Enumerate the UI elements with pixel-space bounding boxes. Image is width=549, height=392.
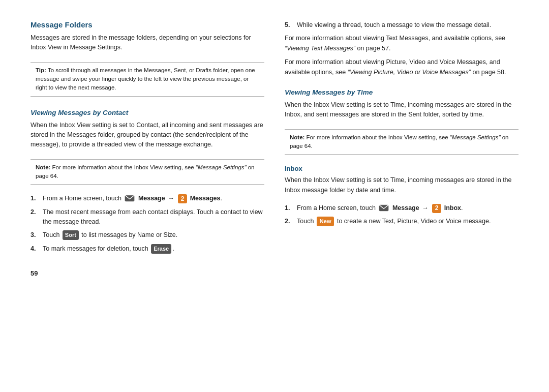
page: Message Folders Messages are stored in t…: [0, 0, 549, 392]
step-3-content: Touch Sort to list messages by Name or S…: [43, 230, 264, 240]
tip-label: Tip:: [36, 67, 46, 73]
ref1-italic: “Viewing Text Messages”: [285, 45, 355, 52]
step-3-num: 3.: [30, 230, 39, 240]
intro-text: Messages are stored in the message folde…: [30, 33, 264, 53]
step-1-content: From a Home screen, touch Message → 2 Me…: [43, 194, 264, 203]
steps-list: 1. From a Home screen, touch Message → 2: [30, 194, 264, 257]
step-1-message-label: Message: [138, 195, 165, 202]
step-1-num: 1.: [30, 194, 39, 203]
columns: Message Folders Messages are stored in t…: [30, 20, 518, 372]
step-5-content: While viewing a thread, touch a message …: [297, 20, 518, 30]
new-btn[interactable]: New: [317, 217, 334, 226]
tip-text: To scroll through all messages in the Me…: [36, 67, 255, 91]
page-number: 59: [30, 269, 264, 277]
step-2: 2. The most recent message from each con…: [30, 207, 264, 227]
message-icon-1: [124, 195, 135, 203]
sort-btn[interactable]: Sort: [63, 230, 79, 240]
right-column: 5. While viewing a thread, touch a messa…: [285, 20, 518, 372]
inbox-label: Inbox: [285, 165, 518, 172]
ref1-before: For more information about viewing Text …: [285, 35, 505, 42]
ref2-italic: “Viewing Picture, Video or Voice Message…: [348, 69, 471, 76]
subsection-text-contact: When the Inbox View setting is set to Co…: [30, 120, 264, 150]
step-1-arrow: →: [168, 195, 174, 202]
step-2-num: 2.: [30, 207, 39, 227]
inbox-step-2-num: 2.: [285, 217, 293, 226]
ref1-after: on page 57.: [357, 45, 390, 52]
step-1: 1. From a Home screen, touch Message → 2: [30, 194, 264, 203]
message-icon-2: [378, 204, 389, 213]
subsection-text-time: When the Inbox View setting is set to Ti…: [285, 100, 518, 120]
note-label-time: Note:: [290, 134, 304, 140]
step-1-badge: 2: [178, 194, 187, 203]
inbox-step-1-message-label: Message: [392, 204, 419, 212]
ref2-after: on page 58.: [472, 69, 506, 76]
inbox-step-2: 2. Touch New to create a new Text, Pictu…: [285, 217, 518, 226]
inbox-steps-list: 1. From a Home screen, touch Message → 2: [285, 203, 518, 230]
step-4-content: To mark messages for deletion, touch Era…: [43, 244, 264, 254]
left-column: Message Folders Messages are stored in t…: [30, 20, 264, 372]
note-box-contact: Note: For more information about the Inb…: [30, 159, 264, 185]
note-box-time: Note: For more information about the Inb…: [285, 129, 518, 155]
inbox-step-2-content: Touch New to create a new Text, Picture,…: [297, 217, 518, 226]
note-label: Note:: [36, 164, 50, 170]
step-5: 5. While viewing a thread, touch a messa…: [285, 20, 518, 30]
step-5-num: 5.: [285, 20, 293, 30]
step-1-messages: Messages: [190, 195, 221, 202]
inbox-step-1-content: From a Home screen, touch Message → 2 In…: [297, 203, 518, 213]
inbox-text: When the Inbox View setting is set to Ti…: [285, 175, 518, 195]
inbox-step-1-inbox: Inbox: [444, 204, 461, 212]
section-title: Message Folders: [30, 20, 264, 29]
subsection-title-time: Viewing Messages by Time: [285, 88, 518, 96]
step-2-content: The most recent message from each contac…: [43, 207, 264, 227]
step-3: 3. Touch Sort to list messages by Name o…: [30, 230, 264, 240]
inbox-step-1-badge: 2: [432, 204, 441, 213]
tip-box: Tip: To scroll through all messages in t…: [30, 62, 264, 97]
ref1-text: For more information about viewing Text …: [285, 34, 518, 53]
subsection-title-contact: Viewing Messages by Contact: [30, 109, 264, 116]
inbox-step-1-num: 1.: [285, 203, 293, 213]
ref2-text: For more information about viewing Pictu…: [285, 57, 518, 77]
note-text: For more information about the Inbox Vie…: [36, 164, 255, 179]
note-text-time: For more information about the Inbox Vie…: [290, 134, 509, 149]
erase-btn[interactable]: Erase: [151, 244, 171, 254]
inbox-step-1-arrow: →: [422, 204, 429, 212]
step-4: 4. To mark messages for deletion, touch …: [30, 244, 264, 254]
step-4-num: 4.: [30, 244, 39, 254]
inbox-step-1: 1. From a Home screen, touch Message → 2: [285, 203, 518, 213]
